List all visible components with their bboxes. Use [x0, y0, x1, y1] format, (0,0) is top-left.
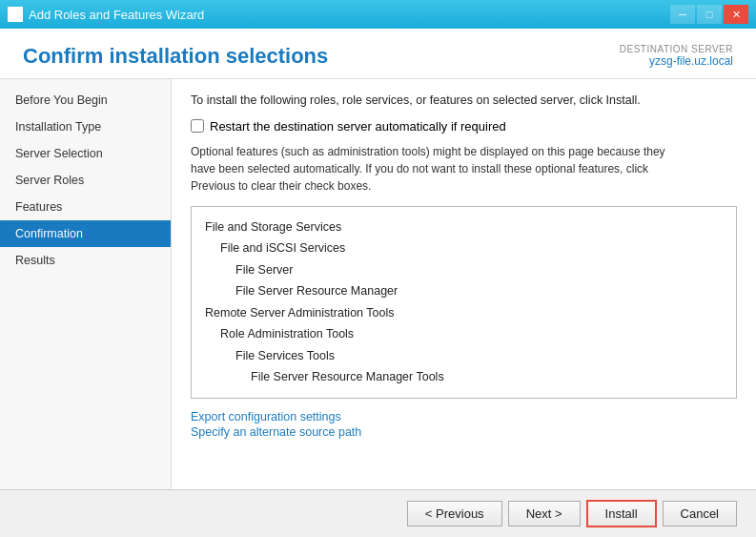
next-button[interactable]: Next > — [508, 501, 581, 527]
destination-server-info: DESTINATION SERVER yzsg-file.uz.local — [620, 44, 733, 68]
wizard-body: Before You BeginInstallation TypeServer … — [0, 79, 756, 489]
title-bar-left: Add Roles and Features Wizard — [8, 7, 204, 22]
feature-item: Remote Server Administration Tools — [205, 302, 723, 324]
page-title-prefix: Confirm — [23, 44, 103, 68]
destination-server-label: DESTINATION SERVER — [620, 44, 733, 54]
close-button[interactable]: ✕ — [724, 5, 748, 24]
feature-item: File Services Tools — [235, 345, 723, 367]
feature-item: File Server Resource Manager Tools — [251, 366, 723, 388]
export-link[interactable]: Export configuration settings — [191, 410, 737, 423]
window-title: Add Roles and Features Wizard — [29, 8, 204, 22]
restart-checkbox-label: Restart the destination server automatic… — [210, 119, 506, 134]
title-bar: Add Roles and Features Wizard ─ □ ✕ — [0, 0, 756, 29]
minimize-button[interactable]: ─ — [670, 5, 695, 24]
feature-item: Role Administration Tools — [220, 323, 723, 345]
svg-rect-1 — [11, 18, 19, 20]
wizard-header: Confirm installation selections DESTINAT… — [0, 29, 756, 79]
feature-item: File Server — [235, 259, 723, 281]
window-controls: ─ □ ✕ — [670, 5, 748, 24]
restart-checkbox-row: Restart the destination server automatic… — [191, 119, 737, 134]
svg-rect-0 — [10, 9, 21, 18]
sidebar-item-server-roles[interactable]: Server Roles — [0, 167, 171, 194]
sidebar-item-features[interactable]: Features — [0, 194, 171, 220]
restart-checkbox[interactable] — [191, 119, 204, 133]
sidebar-item-results[interactable]: Results — [0, 247, 171, 274]
intro-text: To install the following roles, role ser… — [191, 93, 737, 110]
feature-item: File and Storage Services — [205, 217, 723, 238]
sidebar-item-installation-type[interactable]: Installation Type — [0, 114, 171, 140]
sidebar: Before You BeginInstallation TypeServer … — [0, 79, 172, 489]
links-section: Export configuration settings Specify an… — [191, 410, 737, 439]
cancel-button[interactable]: Cancel — [663, 501, 737, 527]
install-button[interactable]: Install — [586, 500, 657, 527]
feature-item: File Server Resource Manager — [235, 280, 723, 302]
content-area: To install the following roles, role ser… — [172, 79, 756, 489]
restore-button[interactable]: □ — [697, 5, 722, 24]
page-title: Confirm installation selections — [23, 44, 328, 69]
features-list: File and Storage ServicesFile and iSCSI … — [191, 206, 737, 399]
source-path-link[interactable]: Specify an alternate source path — [191, 425, 737, 439]
app-icon — [8, 7, 23, 22]
sidebar-item-server-selection[interactable]: Server Selection — [0, 140, 171, 167]
previous-button[interactable]: < Previous — [407, 501, 502, 527]
sidebar-item-before-you-begin[interactable]: Before You Begin — [0, 87, 171, 114]
sidebar-item-confirmation[interactable]: Confirmation — [0, 220, 171, 247]
server-name: yzsg-file.uz.local — [620, 54, 733, 68]
wizard-container: Confirm installation selections DESTINAT… — [0, 29, 756, 537]
wizard-footer: < Previous Next > Install Cancel — [0, 489, 756, 537]
page-title-suffix: installation selections — [103, 44, 328, 68]
feature-item: File and iSCSI Services — [220, 238, 723, 259]
optional-note: Optional features (such as administratio… — [191, 143, 686, 195]
